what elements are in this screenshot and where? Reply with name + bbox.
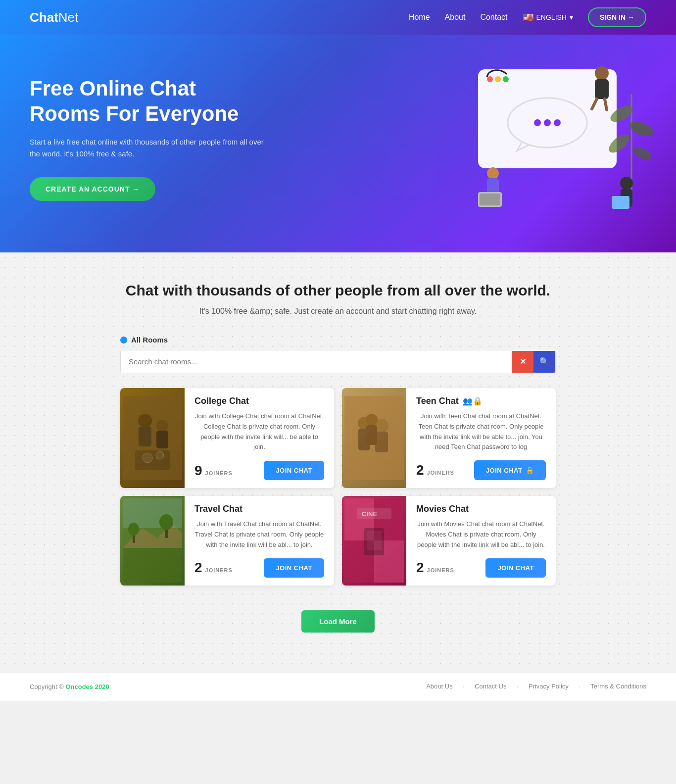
joiners-count-teen: 2 <box>416 462 424 478</box>
all-rooms-text: All Rooms <box>131 336 168 344</box>
card-movies: CINE Movies Chat Join with Movies Chat c… <box>342 496 556 585</box>
card-footer-college: 9 JOINERS JOIN CHAT <box>194 461 324 480</box>
card-image-teen <box>342 388 406 488</box>
hero-subtitle: Start a live free chat online with thous… <box>30 136 267 160</box>
joiners-travel: 2 JOINERS <box>194 560 233 576</box>
joiners-count-college: 9 <box>194 463 202 479</box>
svg-point-46 <box>128 523 139 536</box>
flag-icon: 🇺🇸 <box>523 12 533 23</box>
hero-content: Free Online Chat Rooms For Everyone Star… <box>30 76 267 201</box>
svg-rect-14 <box>595 79 609 99</box>
svg-point-25 <box>138 414 152 428</box>
language-selector[interactable]: 🇺🇸 ENGLISH ▾ <box>523 12 573 23</box>
hero-svg <box>448 64 656 213</box>
svg-point-2 <box>495 76 501 82</box>
card-content-teen: Teen Chat 👥🔒 Join with Teen Chat chat ro… <box>406 388 556 488</box>
card-footer-travel: 2 JOINERS JOIN CHAT <box>194 558 324 578</box>
travel-image-overlay <box>120 496 185 585</box>
hero-section: Free Online Chat Rooms For Everyone Star… <box>0 35 676 252</box>
card-title-travel: Travel Chat <box>194 504 324 514</box>
svg-point-37 <box>366 414 378 426</box>
college-image-overlay <box>120 388 185 488</box>
svg-point-17 <box>487 167 499 179</box>
nav-about[interactable]: About <box>445 13 466 22</box>
logo-net: Net <box>58 10 78 25</box>
language-label: ENGLISH <box>536 13 567 21</box>
clear-icon: ✕ <box>520 357 526 366</box>
svg-point-44 <box>159 514 173 530</box>
join-chat-college-button[interactable]: JOIN CHAT <box>264 461 324 480</box>
svg-rect-28 <box>156 431 168 448</box>
card-content-travel: Travel Chat Join with Travel Chat chat r… <box>185 496 334 585</box>
search-clear-button[interactable]: ✕ <box>512 351 533 373</box>
footer-contact-us[interactable]: Contact Us <box>475 683 506 691</box>
card-footer-teen: 2 JOINERS JOIN CHAT 🔒 <box>416 460 546 480</box>
navbar: Chat Net Home About Contact 🇺🇸 ENGLISH ▾… <box>0 0 676 35</box>
card-title-teen: Teen Chat 👥🔒 <box>416 396 546 406</box>
svg-point-30 <box>143 453 152 463</box>
section-title: Chat with thousands of other people from… <box>30 282 646 299</box>
footer-about-us[interactable]: About Us <box>426 683 452 691</box>
nav-contact[interactable]: Contact <box>480 13 507 22</box>
svg-line-16 <box>605 99 607 110</box>
search-button[interactable]: 🔍 <box>533 351 555 373</box>
footer-privacy-policy[interactable]: Privacy Policy <box>529 683 569 691</box>
card-desc-travel: Join with Travel Chat chat room at ChatN… <box>194 519 324 550</box>
svg-point-27 <box>156 420 168 432</box>
joiners-college: 9 JOINERS <box>194 463 233 479</box>
join-chat-teen-button[interactable]: JOIN CHAT 🔒 <box>474 460 546 480</box>
hero-title: Free Online Chat Rooms For Everyone <box>30 76 267 126</box>
cards-grid: College Chat Join with College Chat chat… <box>120 388 556 586</box>
footer-company-link[interactable]: Oncodes 2020 <box>65 683 109 690</box>
logo: Chat Net <box>30 10 78 25</box>
joiners-count-movies: 2 <box>416 560 424 576</box>
footer: Copyright © Oncodes 2020 About Us · Cont… <box>0 672 676 701</box>
card-teen: Teen Chat 👥🔒 Join with Teen Chat chat ro… <box>342 388 556 488</box>
sign-in-button[interactable]: SIGN IN → <box>588 7 646 27</box>
card-desc-teen: Join with Teen Chat chat room at ChatNet… <box>416 411 546 452</box>
lock-icon: 🔒 <box>526 466 534 474</box>
card-image-travel <box>120 496 185 585</box>
svg-rect-23 <box>612 196 629 209</box>
svg-point-12 <box>631 145 654 162</box>
hero-illustration <box>448 64 646 213</box>
footer-terms[interactable]: Terms & Conditions <box>590 683 646 691</box>
footer-links: About Us · Contact Us · Privacy Policy ·… <box>426 683 646 691</box>
joiners-movies: 2 JOINERS <box>416 560 454 576</box>
join-chat-movies-button[interactable]: JOIN CHAT <box>485 558 546 578</box>
joiners-label-movies: JOINERS <box>427 567 454 573</box>
nav-links: Home About Contact 🇺🇸 ENGLISH ▾ SIGN IN … <box>409 7 646 27</box>
load-more-section: Load More <box>120 600 556 652</box>
teen-image-overlay <box>342 388 406 488</box>
section-subtitle: It's 100% free &amp; safe. Just create a… <box>30 307 646 316</box>
svg-point-13 <box>595 66 609 80</box>
create-account-button[interactable]: CREATE AN ACCOUNT → <box>30 177 155 201</box>
load-more-button[interactable]: Load More <box>301 610 375 633</box>
svg-rect-38 <box>366 425 377 445</box>
svg-rect-20 <box>480 194 500 205</box>
svg-rect-29 <box>135 450 170 470</box>
search-bar: ✕ 🔍 <box>120 350 556 373</box>
join-chat-travel-button[interactable]: JOIN CHAT <box>264 558 324 578</box>
svg-rect-40 <box>123 548 182 583</box>
svg-point-7 <box>554 119 561 126</box>
logo-chat: Chat <box>30 10 58 25</box>
card-travel: Travel Chat Join with Travel Chat chat r… <box>120 496 334 585</box>
card-title-movies: Movies Chat <box>416 504 546 514</box>
svg-text:CINE: CINE <box>362 510 377 518</box>
search-input[interactable] <box>121 350 512 373</box>
card-footer-movies: 2 JOINERS JOIN CHAT <box>416 558 546 578</box>
search-icon: 🔍 <box>539 357 549 366</box>
all-rooms-label: All Rooms <box>120 336 556 344</box>
card-desc-movies: Join with Movies Chat chat room at ChatN… <box>416 519 546 550</box>
svg-rect-55 <box>367 531 382 550</box>
joiners-count-travel: 2 <box>194 560 202 576</box>
svg-point-21 <box>620 177 633 190</box>
svg-point-31 <box>156 451 164 459</box>
joiners-teen: 2 JOINERS <box>416 462 454 478</box>
card-desc-college: Join with College Chat chat room at Chat… <box>194 411 324 453</box>
dropdown-arrow-icon: ▾ <box>570 13 573 21</box>
nav-home[interactable]: Home <box>409 13 430 22</box>
teen-private-icons: 👥🔒 <box>463 396 483 406</box>
card-college: College Chat Join with College Chat chat… <box>120 388 334 488</box>
